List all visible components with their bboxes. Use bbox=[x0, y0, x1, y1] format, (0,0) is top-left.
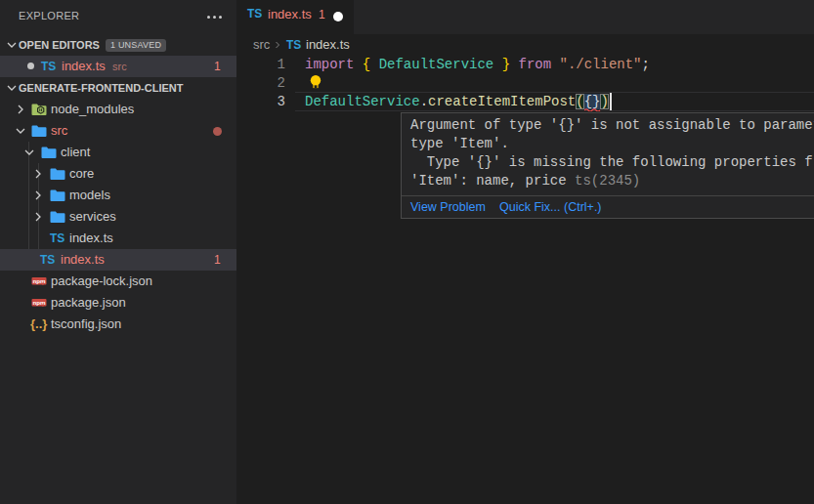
svg-text:npm: npm bbox=[32, 277, 46, 284]
svg-text:npm: npm bbox=[32, 299, 46, 306]
